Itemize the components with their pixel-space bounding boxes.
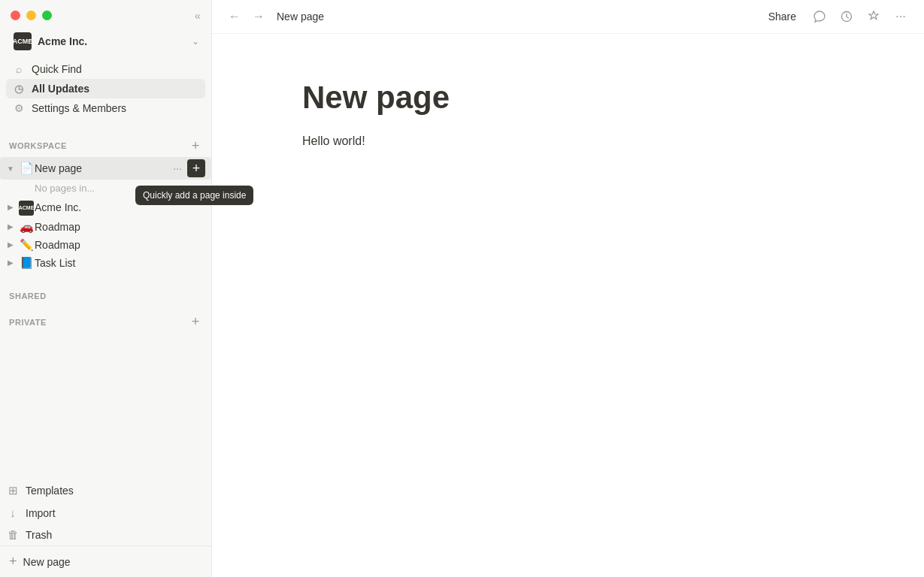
- sidebar-page-new-page[interactable]: ▼ 📄 New page ··· + Quickly add a page in…: [0, 157, 211, 180]
- more-options-button[interactable]: ···: [889, 5, 912, 28]
- workspace-section-label: WORKSPACE: [9, 141, 67, 150]
- share-button[interactable]: Share: [761, 8, 804, 26]
- clock-icon: ◷: [12, 83, 26, 95]
- trash-label: Trash: [26, 529, 52, 541]
- topbar: ← → New page Share ···: [212, 0, 924, 34]
- chevron-right-task-icon: ▶: [3, 258, 18, 267]
- page-label-acme: Acme Inc.: [35, 201, 205, 213]
- sidebar-page-task-list[interactable]: ▶ 📘 Task List: [0, 254, 211, 272]
- workspace-section-header: WORKSPACE +: [0, 127, 211, 157]
- all-updates-label: All Updates: [32, 83, 89, 95]
- sidebar-collapse-button[interactable]: «: [195, 9, 201, 22]
- import-icon: ↓: [6, 506, 20, 519]
- private-section-label: PRIVATE: [9, 318, 47, 327]
- templates-icon: ⊞: [6, 484, 20, 497]
- sidebar-item-quick-find[interactable]: ⌕ Quick Find: [6, 59, 205, 79]
- favorite-button[interactable]: [862, 5, 885, 28]
- sidebar-page-roadmap[interactable]: ▶ 🚗 Roadmap: [0, 218, 211, 236]
- back-button[interactable]: ←: [224, 6, 245, 27]
- workspace-add-button[interactable]: +: [187, 137, 204, 154]
- topbar-title: New page: [277, 11, 758, 23]
- workspace-header[interactable]: ACME Acme Inc. ⌄: [5, 28, 207, 55]
- new-page-bottom-label: New page: [23, 556, 71, 568]
- page-label-new-page: New page: [35, 162, 166, 174]
- page-title: New page: [302, 79, 834, 116]
- workspace-chevron-icon: ⌄: [192, 36, 199, 47]
- chevron-right-icon: ▶: [3, 203, 18, 211]
- sidebar-page-meeting-notes[interactable]: ▶ ✏️ Roadmap: [0, 236, 211, 254]
- page-more-button[interactable]: ···: [169, 160, 186, 177]
- topbar-actions: Share ···: [761, 5, 912, 28]
- trash-icon: 🗑: [6, 528, 20, 541]
- quick-find-label: Quick Find: [32, 63, 82, 75]
- traffic-light-minimize[interactable]: [26, 11, 36, 20]
- settings-label: Settings & Members: [32, 102, 126, 114]
- import-label: Import: [26, 507, 56, 519]
- new-page-bottom-button[interactable]: + New page: [0, 545, 211, 577]
- chevron-right-roadmap-icon: ▶: [3, 222, 18, 231]
- gear-icon: ⚙: [12, 102, 26, 114]
- new-page-plus-icon: +: [9, 554, 17, 569]
- page-body-text[interactable]: Hello world!: [302, 131, 834, 151]
- page-icon-roadmap: 🚗: [18, 220, 35, 234]
- chevron-right-meeting-icon: ▶: [3, 240, 18, 249]
- sidebar-page-acme[interactable]: ▶ ACME Acme Inc.: [0, 197, 211, 218]
- page-icon-acme: ACME: [18, 199, 35, 216]
- traffic-light-maximize[interactable]: [42, 11, 52, 20]
- page-icon-meeting-notes: ✏️: [18, 238, 35, 252]
- search-icon: ⌕: [12, 63, 26, 75]
- sidebar-item-templates[interactable]: ⊞ Templates: [0, 479, 211, 502]
- shared-section-label: SHARED: [9, 292, 47, 301]
- forward-button[interactable]: →: [248, 6, 269, 27]
- shared-section-header: SHARED: [0, 281, 211, 304]
- page-label-task-list: Task List: [35, 257, 205, 269]
- sidebar-item-all-updates[interactable]: ◷ All Updates: [6, 79, 205, 98]
- page-actions-new-page: ··· +: [169, 159, 205, 177]
- history-button[interactable]: [835, 5, 858, 28]
- page-icon-new-page: 📄: [18, 162, 35, 175]
- private-add-button[interactable]: +: [187, 314, 204, 331]
- page-label-roadmap: Roadmap: [35, 221, 205, 233]
- page-add-button[interactable]: +: [187, 159, 205, 177]
- no-pages-text: No pages in...: [0, 180, 211, 197]
- workspace-name: Acme Inc.: [38, 35, 186, 47]
- sidebar-nav: ⌕ Quick Find ◷ All Updates ⚙ Settings & …: [0, 56, 211, 121]
- comment-button[interactable]: [808, 5, 831, 28]
- page-label-meeting-notes: Roadmap: [35, 239, 205, 251]
- sidebar-item-import[interactable]: ↓ Import: [0, 502, 211, 524]
- templates-label: Templates: [26, 485, 74, 497]
- private-section-header: PRIVATE +: [0, 304, 211, 334]
- traffic-light-close[interactable]: [11, 11, 20, 20]
- workspace-logo: ACME: [14, 32, 32, 50]
- sidebar-item-settings[interactable]: ⚙ Settings & Members: [6, 98, 205, 118]
- sidebar: « ACME Acme Inc. ⌄ ⌕ Quick Find ◷ All Up…: [0, 0, 212, 577]
- main-content: ← → New page Share ···: [212, 0, 924, 577]
- page-icon-task-list: 📘: [18, 256, 35, 270]
- page-content-area: New page Hello world!: [212, 34, 924, 577]
- sidebar-bottom: ⊞ Templates ↓ Import 🗑 Trash + New page: [0, 479, 211, 577]
- sidebar-item-trash[interactable]: 🗑 Trash: [0, 524, 211, 545]
- chevron-down-icon: ▼: [3, 165, 18, 173]
